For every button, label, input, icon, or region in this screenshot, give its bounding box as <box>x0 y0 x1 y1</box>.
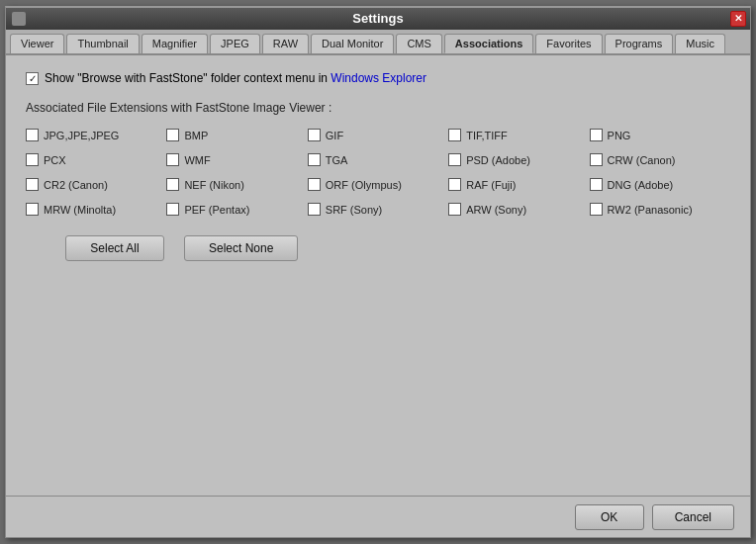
ext-checkbox-png[interactable] <box>590 129 603 141</box>
ext-checkbox-bmp[interactable] <box>166 129 179 141</box>
browse-label: Show "Browse with FastStone" folder cont… <box>45 71 426 85</box>
select-all-button[interactable]: Select All <box>65 235 164 261</box>
ext-checkbox-srf[interactable] <box>308 203 321 216</box>
ext-item-dng[interactable]: DNG (Adobe) <box>590 178 730 191</box>
ext-checkbox-pcx[interactable] <box>26 153 39 166</box>
ext-item-mrw[interactable]: MRW (Minolta) <box>26 203 166 216</box>
action-buttons-row: Select All Select None <box>26 235 730 261</box>
ext-label-rw2: RW2 (Panasonic) <box>608 204 693 216</box>
ext-label-nef: NEF (Nikon) <box>184 179 244 191</box>
ext-checkbox-nef[interactable] <box>166 178 179 191</box>
ext-checkbox-psd[interactable] <box>448 153 461 166</box>
ext-label-wmf: WMF <box>184 154 210 166</box>
ext-label-srf: SRF (Sony) <box>326 204 382 216</box>
content-area: Show "Browse with FastStone" folder cont… <box>6 55 750 277</box>
ext-item-pcx[interactable]: PCX <box>26 153 166 166</box>
ok-button[interactable]: OK <box>575 504 644 530</box>
ext-label-crw: CRW (Canon) <box>608 154 676 166</box>
windows-explorer-link: Windows Explorer <box>331 71 426 85</box>
ext-item-tif[interactable]: TIF,TIFF <box>448 129 589 141</box>
ext-label-gif: GIF <box>326 130 343 141</box>
bottom-bar: OK Cancel <box>6 496 750 537</box>
ext-label-dng: DNG (Adobe) <box>608 179 674 191</box>
tab-thumbnail[interactable]: Thumbnail <box>66 34 139 53</box>
ext-item-cr2[interactable]: CR2 (Canon) <box>26 178 166 191</box>
tab-cms[interactable]: CMS <box>396 34 441 53</box>
tab-programs[interactable]: Programs <box>605 34 674 53</box>
ext-label-mrw: MRW (Minolta) <box>44 204 116 216</box>
ext-item-bmp[interactable]: BMP <box>166 129 307 141</box>
ext-label-bmp: BMP <box>184 130 208 141</box>
browse-checkbox[interactable] <box>26 72 39 85</box>
ext-label-jpg: JPG,JPE,JPEG <box>44 130 119 141</box>
ext-checkbox-jpg[interactable] <box>26 129 39 141</box>
ext-item-tga[interactable]: TGA <box>308 153 448 166</box>
ext-item-srf[interactable]: SRF (Sony) <box>308 203 448 216</box>
ext-item-pef[interactable]: PEF (Pentax) <box>166 203 307 216</box>
tab-dual-monitor[interactable]: Dual Monitor <box>311 34 394 53</box>
ext-item-png[interactable]: PNG <box>590 129 730 141</box>
ext-checkbox-rw2[interactable] <box>590 203 603 216</box>
ext-label-cr2: CR2 (Canon) <box>44 179 108 191</box>
ext-checkbox-mrw[interactable] <box>26 203 39 216</box>
ext-item-orf[interactable]: ORF (Olympus) <box>308 178 448 191</box>
ext-item-rw2[interactable]: RW2 (Panasonic) <box>590 203 730 216</box>
section-label: Associated File Extensions with FastSton… <box>26 101 730 115</box>
ext-label-tga: TGA <box>326 154 348 166</box>
title-bar: Settings ✕ <box>6 8 750 30</box>
ext-checkbox-raf[interactable] <box>448 178 461 191</box>
window-title: Settings <box>352 11 403 26</box>
tab-viewer[interactable]: Viewer <box>10 34 64 53</box>
ext-item-nef[interactable]: NEF (Nikon) <box>166 178 307 191</box>
window-icon <box>12 12 26 26</box>
ext-checkbox-cr2[interactable] <box>26 178 39 191</box>
ext-checkbox-arw[interactable] <box>448 203 461 216</box>
settings-window: Settings ✕ ViewerThumbnailMagnifierJPEGR… <box>5 6 751 538</box>
ext-label-pef: PEF (Pentax) <box>184 204 249 216</box>
ext-checkbox-tif[interactable] <box>448 129 461 141</box>
ext-checkbox-dng[interactable] <box>590 178 603 191</box>
ext-label-tif: TIF,TIFF <box>466 130 508 141</box>
tab-jpeg[interactable]: JPEG <box>210 34 260 53</box>
ext-label-raf: RAF (Fuji) <box>466 179 516 191</box>
tab-music[interactable]: Music <box>675 34 725 53</box>
ext-checkbox-wmf[interactable] <box>166 153 179 166</box>
ext-checkbox-tga[interactable] <box>308 153 321 166</box>
tab-magnifier[interactable]: Magnifier <box>142 34 208 53</box>
cancel-button[interactable]: Cancel <box>652 504 734 530</box>
ext-item-raf[interactable]: RAF (Fuji) <box>448 178 589 191</box>
ext-item-jpg[interactable]: JPG,JPE,JPEG <box>26 129 166 141</box>
ext-checkbox-crw[interactable] <box>590 153 603 166</box>
ext-item-crw[interactable]: CRW (Canon) <box>590 153 730 166</box>
select-none-button[interactable]: Select None <box>184 235 298 261</box>
ext-item-wmf[interactable]: WMF <box>166 153 307 166</box>
ext-label-png: PNG <box>608 130 631 141</box>
ext-checkbox-orf[interactable] <box>308 178 321 191</box>
tab-raw[interactable]: RAW <box>262 34 309 53</box>
ext-label-orf: ORF (Olympus) <box>326 179 402 191</box>
ext-item-gif[interactable]: GIF <box>308 129 448 141</box>
extensions-grid: JPG,JPE,JPEGBMPGIFTIF,TIFFPNGPCXWMFTGAPS… <box>26 129 730 216</box>
ext-item-arw[interactable]: ARW (Sony) <box>448 203 589 216</box>
ext-checkbox-gif[interactable] <box>308 129 321 141</box>
ext-label-psd: PSD (Adobe) <box>466 154 530 166</box>
tab-favorites[interactable]: Favorites <box>535 34 602 53</box>
close-button[interactable]: ✕ <box>730 11 746 27</box>
tab-bar: ViewerThumbnailMagnifierJPEGRAWDual Moni… <box>6 30 750 55</box>
ext-label-arw: ARW (Sony) <box>466 204 526 216</box>
tab-associations[interactable]: Associations <box>444 34 533 53</box>
ext-item-psd[interactable]: PSD (Adobe) <box>448 153 589 166</box>
browse-option-row: Show "Browse with FastStone" folder cont… <box>26 71 730 85</box>
ext-checkbox-pef[interactable] <box>166 203 179 216</box>
ext-label-pcx: PCX <box>44 154 66 166</box>
